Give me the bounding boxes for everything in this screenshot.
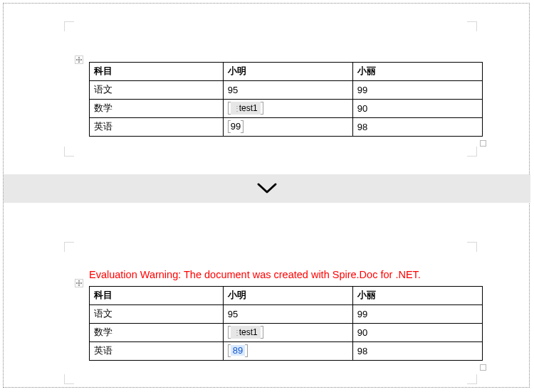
cell-xiaoli[interactable]: 90: [352, 324, 482, 342]
table-row: 数学 ⋮⋮test1 90: [90, 324, 483, 342]
cell-subject[interactable]: 数学: [90, 100, 224, 118]
score-table-after: 科目 小明 小丽 语文 95 99 数学 ⋮⋮test1: [89, 286, 483, 361]
cell-subject[interactable]: 语文: [90, 81, 224, 100]
cell-xiaoming[interactable]: 95: [223, 305, 352, 324]
table-header-row: 科目 小明 小丽: [90, 287, 483, 305]
cell-xiaoming-bookmark[interactable]: ⋮⋮test1: [223, 324, 352, 342]
document-before: 科目 小明 小丽 语文 95 99 数学 ⋮⋮test1: [14, 7, 520, 157]
bookmark-end-icon: [261, 326, 263, 339]
cell-xiaoli[interactable]: 90: [352, 100, 482, 118]
table-move-handle[interactable]: [75, 279, 83, 287]
bookmark-end-icon: [241, 120, 244, 133]
bookmark-value-updated: 89: [231, 345, 245, 356]
table-row: 语文 95 99: [90, 305, 483, 324]
score-table: 科目 小明 小丽 语文 95 99 数学 ⋮⋮test1: [89, 286, 483, 361]
table-row: 语文 95 99: [90, 81, 483, 100]
field-grip-icon: ⋮⋮: [234, 329, 239, 342]
cell-subject[interactable]: 语文: [90, 305, 224, 324]
score-table-before: 科目 小明 小丽 语文 95 99 数学 ⋮⋮test1: [89, 62, 483, 137]
table-header-row: 科目 小明 小丽: [90, 63, 483, 81]
table-row: 英语 89 98: [90, 342, 483, 361]
comparison-divider: [4, 174, 530, 203]
table-row: 英语 99 98: [90, 118, 483, 137]
move-icon: [76, 57, 82, 63]
move-icon: [76, 280, 82, 286]
bookmark-field-content: ⋮⋮test1: [231, 326, 261, 339]
bookmark-field[interactable]: 99: [228, 120, 244, 133]
crop-mark-bottom-right: [467, 147, 477, 157]
header-xiaoli: 小丽: [352, 287, 482, 305]
header-xiaoming: 小明: [223, 63, 352, 81]
cell-xiaoli[interactable]: 98: [352, 118, 482, 137]
cell-subject[interactable]: 英语: [90, 118, 224, 137]
table-resize-handle[interactable]: [480, 140, 486, 147]
cell-xiaoli[interactable]: 98: [352, 342, 482, 361]
bookmark-end-icon: [261, 102, 263, 115]
cell-xiaoming-bookmark[interactable]: 89: [223, 342, 352, 361]
document-after: Evaluation Warning: The document was cre…: [14, 228, 520, 384]
bookmark-value: 99: [231, 121, 241, 132]
cell-xiaoli[interactable]: 99: [352, 81, 482, 100]
bookmark-field[interactable]: 89: [228, 344, 248, 357]
table-move-handle[interactable]: [75, 55, 83, 64]
cell-subject[interactable]: 英语: [90, 342, 224, 361]
crop-mark-top-right: [467, 21, 477, 31]
bookmark-field[interactable]: ⋮⋮test1: [228, 326, 263, 339]
table-row: 数学 ⋮⋮test1 90: [90, 100, 483, 118]
field-grip-icon: ⋮⋮: [234, 105, 239, 118]
header-subject: 科目: [90, 287, 224, 305]
bookmark-field[interactable]: ⋮⋮test1: [228, 102, 263, 115]
crop-mark-bottom-left: [64, 374, 74, 384]
cell-xiaoming-bookmark[interactable]: 99: [223, 118, 352, 137]
crop-mark-top-right: [467, 242, 477, 252]
score-table: 科目 小明 小丽 语文 95 99 数学 ⋮⋮test1: [89, 62, 483, 137]
crop-mark-bottom-left: [64, 147, 74, 157]
cell-xiaoming-bookmark[interactable]: ⋮⋮test1: [223, 100, 352, 118]
cell-subject[interactable]: 数学: [90, 324, 224, 342]
bookmark-end-icon: [245, 344, 248, 357]
table-resize-handle[interactable]: [480, 364, 486, 371]
bookmark-field-content: ⋮⋮test1: [231, 102, 261, 115]
canvas: 科目 小明 小丽 语文 95 99 数学 ⋮⋮test1: [0, 0, 534, 392]
chevron-down-icon: [256, 182, 278, 195]
header-xiaoming: 小明: [223, 287, 352, 305]
cell-xiaoli[interactable]: 99: [352, 305, 482, 324]
crop-mark-top-left: [64, 242, 74, 252]
evaluation-warning: Evaluation Warning: The document was cre…: [89, 269, 421, 280]
header-subject: 科目: [90, 63, 224, 81]
cell-xiaoming[interactable]: 95: [223, 81, 352, 100]
crop-mark-bottom-right: [467, 374, 477, 384]
header-xiaoli: 小丽: [352, 63, 482, 81]
crop-mark-top-left: [64, 21, 74, 31]
